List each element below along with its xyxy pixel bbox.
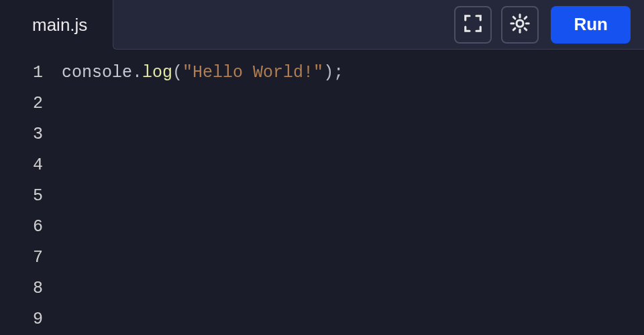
header: main.js <box>0 0 644 50</box>
fullscreen-icon <box>463 13 483 36</box>
code-line[interactable] <box>62 273 644 304</box>
code-line[interactable] <box>62 88 644 119</box>
line-number: 1 <box>0 58 43 88</box>
line-number: 8 <box>0 273 43 304</box>
file-tab-label: main.js <box>32 15 87 36</box>
code-editor[interactable]: 123456789 console.log("Hello World!"); <box>0 50 644 335</box>
line-number: 4 <box>0 150 43 181</box>
run-button[interactable]: Run <box>551 6 631 44</box>
code-line[interactable] <box>62 181 644 212</box>
code-line[interactable] <box>62 119 644 150</box>
code-line[interactable] <box>62 150 644 181</box>
toolbar: Run <box>113 0 644 50</box>
theme-button[interactable] <box>501 6 539 44</box>
svg-line-4 <box>525 28 527 30</box>
code-token: "Hello World!" <box>182 63 323 82</box>
line-number: 2 <box>0 88 43 119</box>
code-line[interactable] <box>62 243 644 273</box>
line-number: 7 <box>0 243 43 273</box>
line-gutter: 123456789 <box>0 58 59 335</box>
sun-icon <box>510 13 530 36</box>
fullscreen-button[interactable] <box>454 6 492 44</box>
svg-line-3 <box>514 17 516 19</box>
code-token: . <box>132 63 142 82</box>
code-line[interactable] <box>62 212 644 243</box>
code-line[interactable] <box>62 304 644 335</box>
file-tab[interactable]: main.js <box>0 0 113 50</box>
line-number: 3 <box>0 119 43 150</box>
line-number: 9 <box>0 304 43 335</box>
code-token: console <box>62 63 132 82</box>
code-token: ; <box>333 63 343 82</box>
svg-point-0 <box>517 20 523 27</box>
code-line[interactable]: console.log("Hello World!"); <box>62 58 644 88</box>
run-button-label: Run <box>574 14 608 34</box>
svg-line-7 <box>514 28 516 30</box>
code-token: ) <box>323 63 333 82</box>
line-number: 5 <box>0 181 43 212</box>
line-number: 6 <box>0 212 43 243</box>
code-token: log <box>142 63 172 82</box>
svg-line-8 <box>525 17 527 19</box>
code-token: ( <box>172 63 182 82</box>
code-area[interactable]: console.log("Hello World!"); <box>59 58 644 335</box>
